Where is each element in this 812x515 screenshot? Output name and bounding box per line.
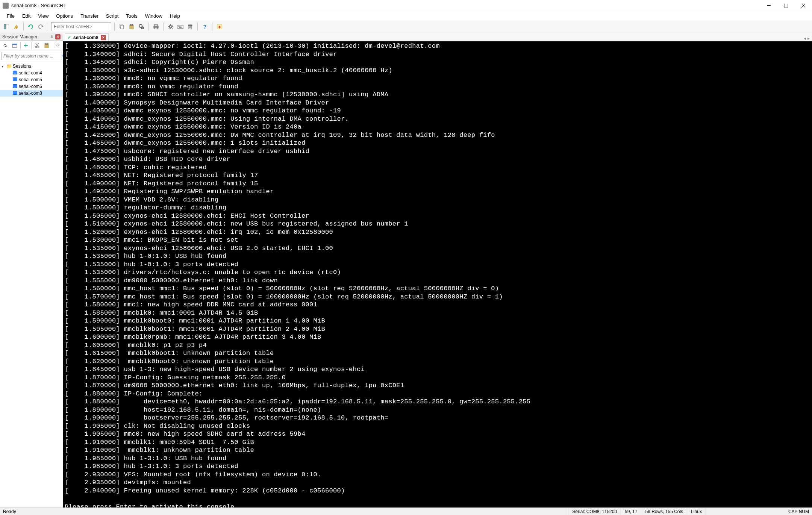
pin-icon[interactable]	[49, 34, 55, 39]
menu-edit[interactable]: Edit	[18, 12, 34, 20]
menu-file[interactable]: File	[3, 12, 18, 20]
svg-line-20	[172, 28, 173, 29]
tab-label: serial-com8	[73, 35, 98, 40]
svg-rect-26	[180, 26, 181, 27]
quick-connect-icon[interactable]	[12, 23, 20, 31]
svg-rect-30	[188, 25, 192, 26]
activate-icon[interactable]	[215, 23, 224, 31]
close-button[interactable]	[795, 0, 812, 11]
session-toolbar	[0, 41, 63, 50]
svg-rect-40	[45, 43, 48, 44]
paste-icon[interactable]	[127, 23, 136, 31]
status-ready: Ready	[3, 509, 568, 514]
new-session-icon[interactable]	[11, 41, 19, 50]
find-icon[interactable]	[137, 23, 145, 31]
paste-icon[interactable]	[42, 41, 50, 50]
menu-view[interactable]: View	[34, 12, 52, 20]
svg-rect-0	[767, 5, 771, 6]
host-input[interactable]	[51, 22, 111, 31]
status-cursor-pos: 59, 17	[621, 508, 641, 515]
session-item[interactable]: serial-com5	[0, 76, 63, 83]
monitor-icon	[12, 70, 18, 76]
close-panel-icon[interactable]: ✕	[55, 34, 61, 39]
session-label: serial-com8	[18, 91, 42, 96]
delete-icon[interactable]	[186, 23, 194, 31]
status-serial: Serial: COM8, 115200	[568, 508, 621, 515]
tab-scroll-left-icon[interactable]: ◂	[804, 36, 806, 41]
session-manager-toggle-icon[interactable]	[2, 23, 11, 31]
session-item[interactable]: serial-com6	[0, 83, 63, 90]
toolbar-separator	[212, 23, 212, 31]
menu-window[interactable]: Window	[141, 12, 166, 20]
session-manager-title: Session Manager	[2, 34, 37, 39]
monitor-icon	[12, 91, 18, 96]
main-toolbar: ?	[0, 20, 812, 33]
maximize-button[interactable]	[777, 0, 795, 11]
session-label: serial-com6	[18, 84, 42, 89]
svg-rect-1	[784, 4, 788, 8]
svg-rect-12	[155, 24, 158, 26]
tree-root-sessions[interactable]: ▾ 📁 Sessions	[0, 63, 63, 70]
tab-scroll-right-icon[interactable]: ▸	[807, 36, 810, 41]
session-item[interactable]: serial-com8	[0, 90, 63, 97]
session-filter-input[interactable]	[2, 52, 62, 60]
svg-line-21	[169, 28, 170, 29]
svg-rect-5	[121, 25, 124, 29]
terminal-output[interactable]: [ 1.330000] device-mapper: ioctl: 4.27.0…	[63, 41, 812, 507]
collapse-icon[interactable]: ▾	[2, 64, 6, 68]
svg-rect-3	[6, 24, 9, 29]
disconnect-icon[interactable]	[36, 23, 45, 31]
overflow-icon[interactable]	[53, 41, 61, 50]
toolbar-separator	[31, 42, 32, 49]
tab-close-button[interactable]: ✕	[101, 35, 106, 40]
toolbar-separator	[197, 23, 198, 31]
monitor-icon	[12, 77, 18, 82]
toolbar-separator	[23, 23, 24, 31]
svg-point-37	[35, 46, 37, 48]
tree-root-label: Sessions	[12, 64, 31, 69]
svg-rect-2	[4, 24, 6, 29]
tab-strip: ✔ serial-com8 ✕ ◂ ▸	[63, 33, 812, 41]
session-manager-header: Session Manager ✕	[0, 33, 63, 41]
folder-icon: 📁	[6, 64, 12, 69]
toolbar-separator	[48, 23, 48, 31]
title-bar: serial-com8 - SecureCRT	[0, 0, 812, 11]
svg-rect-24	[178, 26, 179, 27]
svg-rect-27	[182, 26, 182, 27]
keyboard-icon[interactable]	[176, 23, 185, 31]
tab-serial-com8[interactable]: ✔ serial-com8 ✕	[65, 33, 109, 41]
add-icon[interactable]	[22, 41, 30, 50]
toolbar-separator	[148, 23, 149, 31]
menu-help[interactable]: Help	[166, 12, 184, 20]
menu-tools[interactable]: Tools	[122, 12, 141, 20]
reconnect-icon[interactable]	[27, 23, 35, 31]
svg-rect-28	[179, 27, 182, 28]
connected-indicator-icon: ✔	[67, 35, 71, 40]
print-icon[interactable]	[152, 23, 160, 31]
menu-bar: File Edit View Options Transfer Script T…	[0, 11, 812, 20]
monitor-icon	[12, 84, 18, 89]
menu-options[interactable]: Options	[52, 12, 77, 20]
menu-script[interactable]: Script	[102, 12, 122, 20]
svg-point-14	[170, 26, 172, 28]
status-caps: CAP NUM	[788, 509, 809, 514]
status-dimensions: 59 Rows, 155 Cols	[641, 508, 687, 515]
session-item[interactable]: serial-com4	[0, 70, 63, 76]
session-label: serial-com4	[18, 70, 42, 76]
menu-transfer[interactable]: Transfer	[77, 12, 102, 20]
terminal-area: ✔ serial-com8 ✕ ◂ ▸ [ 1.330000] device-m…	[63, 33, 812, 507]
minimize-button[interactable]	[760, 0, 777, 11]
link-icon[interactable]	[2, 41, 9, 50]
settings-icon[interactable]	[167, 23, 175, 31]
copy-icon[interactable]	[118, 23, 126, 31]
svg-line-22	[172, 25, 173, 26]
cut-icon[interactable]	[33, 41, 41, 50]
status-bar: Ready Serial: COM8, 115200 59, 17 59 Row…	[0, 507, 812, 515]
toolbar-separator	[163, 23, 164, 31]
session-manager-panel: Session Manager ✕ ▾ 📁 Sessions	[0, 33, 63, 507]
svg-line-19	[169, 25, 170, 26]
svg-rect-7	[130, 24, 133, 26]
svg-rect-23	[177, 25, 183, 29]
help-icon[interactable]: ?	[201, 23, 209, 31]
session-tree[interactable]: ▾ 📁 Sessions serial-com4 serial-com5 ser…	[0, 62, 63, 507]
